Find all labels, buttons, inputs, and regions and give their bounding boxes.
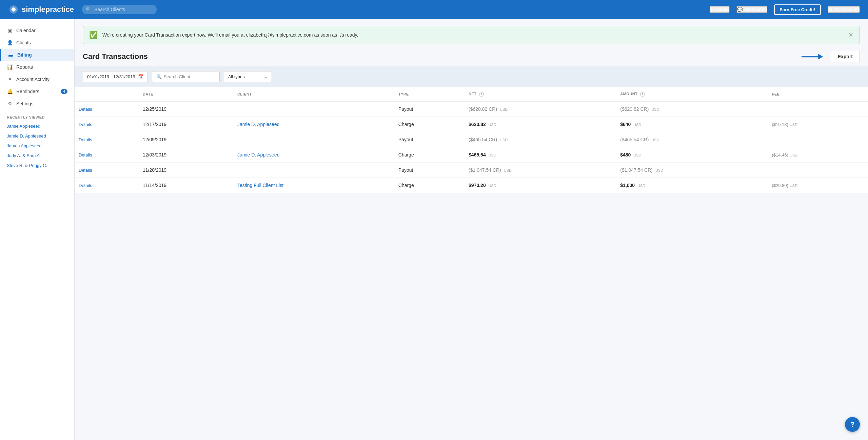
col-fee: FEE xyxy=(768,87,868,102)
row-date: 12/17/2019 xyxy=(139,117,233,132)
close-notification-button[interactable]: ✕ xyxy=(848,31,853,39)
col-date: DATE xyxy=(139,87,233,102)
recently-viewed-item[interactable]: Jamie Appleseed xyxy=(0,121,74,131)
earn-credit-button[interactable]: Earn Free Credit! xyxy=(774,4,821,15)
row-fee xyxy=(768,163,868,178)
messages-button[interactable]: 💬 Messages xyxy=(736,6,767,13)
reports-icon: 📊 xyxy=(7,64,13,70)
row-fee: ($29.80)USD xyxy=(768,178,868,193)
sidebar-item-settings[interactable]: ⚙ Settings xyxy=(0,98,74,110)
billing-icon: ▬ xyxy=(8,52,14,58)
account-activity-icon: ≡ xyxy=(7,77,13,82)
recently-viewed-item[interactable]: Steve R. & Peggy C. xyxy=(0,161,74,170)
search-client-placeholder: Search Client xyxy=(164,74,190,79)
search-input[interactable] xyxy=(82,5,157,14)
type-select[interactable]: All types Charge Payout xyxy=(224,71,271,82)
col-net: NET i xyxy=(465,87,616,102)
details-link[interactable]: Details xyxy=(79,107,92,112)
row-client: Testing Full Client List xyxy=(233,178,394,193)
row-client xyxy=(233,163,394,178)
type-select-wrapper: All types Charge Payout xyxy=(224,71,271,82)
details-link[interactable]: Details xyxy=(79,152,92,158)
sidebar-item-calendar[interactable]: ▣ Calendar xyxy=(0,24,74,37)
net-info-icon[interactable]: i xyxy=(479,92,484,97)
sidebar-item-clients[interactable]: 👤 Clients xyxy=(0,37,74,49)
clients-icon: 👤 xyxy=(7,40,13,45)
client-link[interactable]: Jamie D. Appleseed xyxy=(237,122,280,127)
sidebar-item-account-activity[interactable]: ≡ Account Activity xyxy=(0,73,74,85)
client-link[interactable]: Jamie D. Appleseed xyxy=(237,152,280,158)
top-nav-actions: + Create 💬 Messages Earn Free Credit! ⚙ … xyxy=(710,4,860,15)
row-date: 11/14/2019 xyxy=(139,178,233,193)
gear-icon: ⚙ xyxy=(828,7,833,12)
row-fee: ($14.46)USD xyxy=(768,147,868,163)
row-client xyxy=(233,102,394,117)
reminders-badge: 4 xyxy=(61,89,67,94)
sidebar-item-label: Calendar xyxy=(16,28,36,33)
search-client-field[interactable]: 🔍 Search Client xyxy=(152,71,220,82)
details-link[interactable]: Details xyxy=(79,122,92,127)
sidebar: ▣ Calendar 👤 Clients ▬ Billing 📊 Reports… xyxy=(0,19,75,440)
sidebar-item-label: Billing xyxy=(17,52,32,58)
row-net: $465.54 USD xyxy=(465,147,616,163)
transactions-table: DATE CLIENT TYPE NET i AMOUNT i FEE Deta… xyxy=(75,87,868,193)
sidebar-item-billing[interactable]: ▬ Billing xyxy=(0,49,74,61)
create-button[interactable]: + Create xyxy=(710,6,730,13)
logo-text: simplepractice xyxy=(22,5,74,14)
export-area: Export xyxy=(802,51,860,62)
client-link[interactable]: Testing Full Client List xyxy=(237,183,283,188)
transactions-table-wrap: DATE CLIENT TYPE NET i AMOUNT i FEE Deta… xyxy=(75,87,868,193)
row-amount: ($1,047.54 CR) USD xyxy=(616,163,768,178)
top-navigation: simplepractice 🔍 + Create 💬 Messages Ear… xyxy=(0,0,868,19)
calendar-icon: ▣ xyxy=(7,28,13,33)
search-icon: 🔍 xyxy=(156,74,162,79)
recently-viewed-label: RECENTLY VIEWED xyxy=(0,110,74,121)
row-type: Charge xyxy=(394,147,465,163)
my-account-button[interactable]: ⚙ My Account xyxy=(828,6,860,13)
app-logo[interactable]: simplepractice xyxy=(8,4,74,15)
export-button[interactable]: Export xyxy=(831,51,860,62)
sidebar-item-label: Clients xyxy=(16,40,31,45)
main-content: ✅ We're creating your Card Transaction e… xyxy=(75,19,868,440)
details-link[interactable]: Details xyxy=(79,168,92,173)
search-wrapper: 🔍 xyxy=(82,5,157,14)
messages-label: Messages xyxy=(745,7,767,12)
calendar-icon: 📅 xyxy=(138,74,143,79)
recently-viewed-item[interactable]: James Appleseed xyxy=(0,141,74,151)
row-date: 11/20/2019 xyxy=(139,163,233,178)
row-fee xyxy=(768,132,868,147)
col-type: TYPE xyxy=(394,87,465,102)
row-amount: $480 USD xyxy=(616,147,768,163)
page-title: Card Transactions xyxy=(83,52,148,61)
row-type: Charge xyxy=(394,178,465,193)
row-amount: ($465.54 CR) USD xyxy=(616,132,768,147)
details-link[interactable]: Details xyxy=(79,183,92,188)
recently-viewed-item[interactable]: Judy A. & Sam A. xyxy=(0,151,74,161)
row-net: ($465.54 CR) USD xyxy=(465,132,616,147)
row-client: Jamie D. Appleseed xyxy=(233,147,394,163)
sidebar-item-reminders[interactable]: 🔔 Reminders 4 xyxy=(0,85,74,98)
col-client: CLIENT xyxy=(233,87,394,102)
row-net: $620.82 USD xyxy=(465,117,616,132)
date-range-picker[interactable]: 01/01/2019 - 12/31/2019 📅 xyxy=(83,71,148,82)
help-button[interactable]: ? xyxy=(845,417,860,432)
row-amount: $1,000 USD xyxy=(616,178,768,193)
amount-info-icon[interactable]: i xyxy=(640,92,645,97)
row-date: 12/09/2019 xyxy=(139,132,233,147)
sidebar-item-label: Reminders xyxy=(16,89,39,94)
row-fee xyxy=(768,102,868,117)
details-link[interactable]: Details xyxy=(79,137,92,142)
main-layout: ▣ Calendar 👤 Clients ▬ Billing 📊 Reports… xyxy=(0,19,868,440)
row-type: Charge xyxy=(394,117,465,132)
table-row: Details 12/25/2019 Payout ($620.82 CR) U… xyxy=(75,102,868,117)
recently-viewed-item[interactable]: Jamie D. Appleseed xyxy=(0,131,74,141)
row-type: Payout xyxy=(394,163,465,178)
messages-icon: 💬 xyxy=(737,7,743,12)
row-type: Payout xyxy=(394,102,465,117)
row-client: Jamie D. Appleseed xyxy=(233,117,394,132)
row-type: Payout xyxy=(394,132,465,147)
sidebar-item-reports[interactable]: 📊 Reports xyxy=(0,61,74,73)
notification-text: We're creating your Card Transaction exp… xyxy=(102,32,844,38)
row-amount: ($620.82 CR) USD xyxy=(616,102,768,117)
row-client xyxy=(233,132,394,147)
